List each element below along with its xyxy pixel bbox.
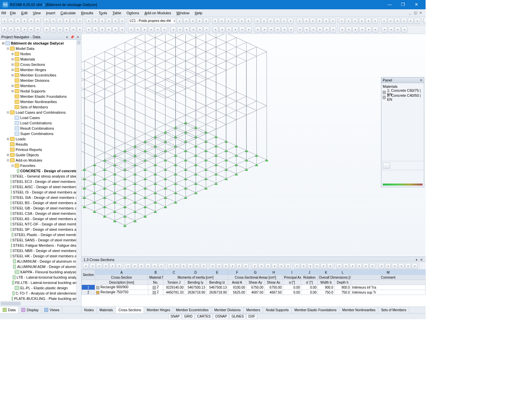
toolbar-button[interactable]: ▪ bbox=[401, 18, 407, 24]
toolbar-button[interactable]: ▪ bbox=[197, 27, 203, 33]
tree-item[interactable]: STEEL NBR - Design of steel members ac bbox=[0, 248, 81, 253]
toolbar-button[interactable]: ▪ bbox=[158, 263, 164, 269]
toolbar-button[interactable]: ▪ bbox=[323, 18, 329, 24]
toolbar-button[interactable]: ▪ bbox=[232, 27, 238, 33]
toolbar-button[interactable]: ▪ bbox=[132, 263, 138, 269]
mdi-restore[interactable]: ◱ bbox=[413, 11, 418, 15]
toolbar-button[interactable]: ▪ bbox=[57, 27, 63, 33]
toolbar-button[interactable]: ▪ bbox=[243, 263, 249, 269]
toolbar-button[interactable]: ▪ bbox=[219, 27, 225, 33]
tree-item[interactable]: STEEL SANS - Design of steel members a bbox=[0, 237, 81, 243]
tree-item[interactable]: Sets of Members bbox=[0, 104, 81, 110]
toolbar-button[interactable]: ▪ bbox=[138, 263, 144, 269]
toolbar-button[interactable]: ▪ bbox=[321, 263, 327, 269]
tree-item[interactable]: ALUMINUM - Design of aluminum mem bbox=[0, 259, 81, 264]
menu-insert[interactable]: Insert bbox=[43, 10, 58, 16]
tree-item[interactable]: STEEL SIA - Design of steel members acc bbox=[0, 195, 81, 200]
table-dock-pin-icon[interactable]: ▾ bbox=[415, 258, 418, 262]
menu-window[interactable]: Window bbox=[174, 10, 192, 16]
menu-edit[interactable]: Edit bbox=[19, 10, 30, 16]
tree-item[interactable]: STEEL AS - Design of steel members acco bbox=[0, 216, 81, 221]
toolbar-button[interactable]: ▪ bbox=[99, 18, 105, 24]
toolbar-button[interactable]: ▪ bbox=[50, 18, 56, 24]
toolbar-button[interactable]: ▪ bbox=[70, 27, 76, 33]
toolbar-button[interactable]: ▪ bbox=[317, 27, 323, 33]
toolbar-button[interactable]: ▪ bbox=[64, 18, 69, 24]
table-grid[interactable]: Section No.ABCDEFGHIJKLMCross-SectionMat… bbox=[81, 270, 426, 307]
menu-addon-modules[interactable]: Add-on Modules bbox=[142, 10, 174, 16]
toolbar-button[interactable]: ▪ bbox=[125, 263, 131, 269]
toolbar-button[interactable]: ▪ bbox=[388, 27, 394, 33]
toolbar-button[interactable]: ▪ bbox=[261, 18, 267, 24]
toolbar-button[interactable]: ▪ bbox=[274, 18, 280, 24]
navigator-tab-display[interactable]: Display bbox=[19, 307, 42, 313]
navigator-pin-icon[interactable]: 📌 bbox=[69, 35, 75, 39]
toolbar-button[interactable]: ▪ bbox=[339, 27, 345, 33]
statusbar-toggle[interactable]: DXF bbox=[246, 314, 257, 319]
toolbar-button[interactable]: ▪ bbox=[83, 263, 89, 269]
menu-help[interactable]: Help bbox=[192, 10, 205, 16]
toolbar-button[interactable]: ▪ bbox=[408, 18, 414, 24]
menu-results[interactable]: Results bbox=[78, 10, 96, 16]
toolbar-button[interactable]: ▪ bbox=[304, 27, 310, 33]
navigator-tree[interactable]: ⊟Bâtiment de stockage Dailycer⊟Model Dat… bbox=[0, 40, 81, 301]
toolbar-button[interactable]: ▪ bbox=[106, 27, 112, 33]
table-tab[interactable]: Member Nonlinearities bbox=[339, 307, 378, 313]
toolbar-button[interactable]: ▪ bbox=[96, 263, 102, 269]
navigator-scrollbar[interactable] bbox=[76, 40, 81, 301]
tree-item[interactable]: ⊟Model Data bbox=[0, 46, 81, 51]
toolbar-button[interactable]: ▪ bbox=[288, 27, 294, 33]
close-button[interactable]: ✕ bbox=[410, 0, 423, 9]
statusbar-toggle[interactable]: SNAP bbox=[168, 314, 182, 319]
toolbar-button[interactable]: ▪ bbox=[86, 18, 92, 24]
toolbar-button[interactable]: ▪ bbox=[184, 27, 190, 33]
toolbar-button[interactable]: ▪ bbox=[369, 263, 375, 269]
toolbar-button[interactable]: ▪ bbox=[35, 18, 41, 24]
toolbar-button[interactable]: ▪ bbox=[21, 18, 27, 24]
toolbar-button[interactable]: ▪ bbox=[183, 18, 189, 24]
toolbar-button[interactable]: ▪ bbox=[359, 27, 365, 33]
toolbar-button[interactable]: ▪ bbox=[395, 27, 401, 33]
toolbar-button[interactable]: ▪ bbox=[92, 18, 98, 24]
tree-item[interactable]: LTB - Lateral-torsional buckling analysi… bbox=[0, 275, 81, 280]
toolbar-button[interactable]: ▪ bbox=[330, 27, 336, 33]
toolbar-button[interactable]: ▪ bbox=[190, 18, 196, 24]
toolbar-button[interactable]: ▪ bbox=[381, 27, 387, 33]
table-tab[interactable]: Materials bbox=[97, 307, 116, 313]
toolbar-button[interactable]: ▪ bbox=[8, 27, 14, 33]
toolbar-button[interactable]: ▪ bbox=[281, 18, 287, 24]
tree-item[interactable]: STEEL Plastic - Design of steel members bbox=[0, 232, 81, 237]
toolbar-button[interactable]: ▪ bbox=[414, 18, 420, 24]
toolbar-button[interactable]: ▪ bbox=[392, 263, 398, 269]
toolbar-button[interactable]: ▪ bbox=[116, 263, 122, 269]
toolbar-button[interactable]: ▪ bbox=[366, 27, 372, 33]
toolbar-button[interactable]: ▪ bbox=[177, 18, 183, 24]
toolbar-button[interactable]: ▪ bbox=[170, 27, 176, 33]
toolbar-button[interactable]: ▪ bbox=[258, 263, 264, 269]
toolbar-button[interactable]: ▪ bbox=[294, 263, 300, 269]
toolbar-button[interactable]: ▪ bbox=[346, 27, 352, 33]
tree-item[interactable]: C-TO-T - Analysis of limit slenderness r… bbox=[0, 291, 81, 296]
toolbar-button[interactable]: ▪ bbox=[252, 263, 258, 269]
toolbar-button[interactable]: ▪ bbox=[50, 27, 56, 33]
toolbar-button[interactable]: ▪ bbox=[152, 263, 158, 269]
minimize-button[interactable]: — bbox=[383, 0, 396, 9]
toolbar-button[interactable]: ▪ bbox=[255, 27, 261, 33]
toolbar-button[interactable]: ▪ bbox=[135, 27, 141, 33]
tree-item[interactable]: FE-LTB - Lateral-torsional buckling anal… bbox=[0, 280, 81, 285]
toolbar-button[interactable]: ▪ bbox=[77, 18, 83, 24]
toolbar-button[interactable]: ▪ bbox=[187, 263, 193, 269]
toolbar-button[interactable]: ▪ bbox=[194, 263, 200, 269]
toolbar-button[interactable]: ▪ bbox=[35, 27, 41, 33]
toolbar-button[interactable]: ▪ bbox=[385, 263, 391, 269]
toolbar-button[interactable]: ▪ bbox=[310, 18, 316, 24]
maximize-button[interactable]: ❐ bbox=[396, 0, 410, 9]
toolbar-button[interactable]: ▪ bbox=[372, 18, 378, 24]
tree-item[interactable]: STEEL AISC - Design of steel members ac bbox=[0, 184, 81, 190]
table-tab[interactable]: Nodes bbox=[81, 307, 97, 313]
toolbar-button[interactable]: ▪ bbox=[103, 263, 109, 269]
tree-item[interactable]: Member Divisions bbox=[0, 78, 81, 83]
toolbar-button[interactable]: ▪ bbox=[297, 27, 303, 33]
model-viewport[interactable]: z x y Panel ✕ Materials 1: Concrete C60/… bbox=[81, 34, 426, 313]
toolbar-button[interactable]: ▪ bbox=[15, 18, 21, 24]
